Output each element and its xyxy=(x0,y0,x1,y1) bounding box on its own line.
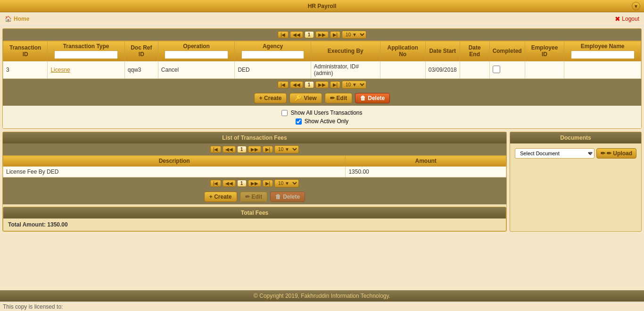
cell-completed xyxy=(489,61,525,79)
title-bar: HR Payroll ▼ xyxy=(0,0,644,12)
fees-per-page[interactable]: 10 ▼ 25 xyxy=(274,145,299,153)
fees-bot-first-btn[interactable]: |◀ xyxy=(210,180,221,187)
cell-date-end xyxy=(460,61,489,79)
fee-description: License Fee By DED xyxy=(3,167,346,177)
filter-transaction-type[interactable] xyxy=(54,50,118,59)
fees-table: Description Amount License Fee By DED 13… xyxy=(3,155,506,177)
col-application-no: Application No xyxy=(380,41,425,61)
options-area: Show All Users Transactions Show Active … xyxy=(3,106,641,128)
transaction-table: Transaction ID Transaction Type Doc Ref … xyxy=(3,41,641,79)
delete-icon: 🗑 xyxy=(360,95,366,101)
fees-toolbar: + Create ✏ Edit 🗑 Delete xyxy=(3,189,506,204)
documents-content: Select Document ▼ ✏ ✏ Upload xyxy=(510,143,641,163)
fees-bot-next-btn[interactable]: ▶▶ xyxy=(248,180,261,187)
logout-icon: ✖ xyxy=(615,15,620,23)
upload-button[interactable]: ✏ ✏ Upload xyxy=(596,148,636,159)
edit-icon: ✏ xyxy=(330,95,335,101)
col-transaction-id: Transaction ID xyxy=(3,41,48,61)
bottom-first-page-btn[interactable]: |◀ xyxy=(278,81,289,88)
fees-bottom-pagination: |◀ ◀◀ 1 ▶▶ ▶| 10 ▼ 25 xyxy=(3,177,506,189)
cell-transaction-id: 3 xyxy=(3,61,48,79)
col-executing-by: Executing By xyxy=(311,41,380,61)
create-button[interactable]: + Create xyxy=(254,93,287,103)
fees-table-row: License Fee By DED 1350.00 xyxy=(3,167,506,177)
col-completed: Completed xyxy=(489,41,525,61)
col-date-end: Date End xyxy=(460,41,489,61)
fees-last-btn[interactable]: ▶| xyxy=(263,146,273,153)
col-employee-id: Employee ID xyxy=(525,41,564,61)
bottom-per-page-select[interactable]: 10 ▼ 25 50 xyxy=(342,81,366,89)
show-active-only-label: Show Active Only xyxy=(305,118,348,125)
documents-panel: Documents Select Document ▼ ✏ ✏ Upload xyxy=(510,132,642,232)
bottom-section: List of Transaction Fees |◀ ◀◀ 1 ▶▶ ▶| 1… xyxy=(2,132,642,232)
delete-button[interactable]: 🗑 Delete xyxy=(355,93,390,103)
view-button[interactable]: 🔑 🔑 View View xyxy=(289,93,322,103)
bottom-last-page-btn[interactable]: ▶| xyxy=(330,81,341,88)
first-page-btn[interactable]: |◀ xyxy=(278,31,289,38)
col-employee-name: Employee Name xyxy=(564,41,641,61)
home-icon: 🏠 xyxy=(5,16,12,22)
bottom-current-page-btn[interactable]: 1 xyxy=(305,81,314,88)
show-all-users-row: Show All Users Transactions xyxy=(281,109,362,116)
bottom-pagination-bar: |◀ ◀◀ 1 ▶▶ ▶| 10 ▼ 25 50 xyxy=(3,79,641,91)
col-agency: Agency xyxy=(235,41,311,61)
logout-label: Logout xyxy=(622,16,639,22)
fee-amount: 1350.00 xyxy=(346,167,506,177)
filter-operation[interactable] xyxy=(165,50,228,59)
cell-date-start: 03/09/2018 xyxy=(425,61,460,79)
logout-link[interactable]: ✖ Logout xyxy=(615,15,639,23)
show-all-users-label: Show All Users Transactions xyxy=(290,109,362,116)
app-title: HR Payroll xyxy=(308,3,337,9)
main-content: |◀ ◀◀ 1 ▶▶ ▶| 10 ▼ 25 50 Transaction ID … xyxy=(0,26,644,298)
fees-delete-icon: 🗑 xyxy=(275,193,281,200)
fees-bot-prev-btn[interactable]: ◀◀ xyxy=(223,180,236,187)
document-select[interactable]: Select Document xyxy=(515,148,594,159)
filter-employee-name[interactable] xyxy=(571,50,635,59)
col-amount: Amount xyxy=(346,156,506,167)
bottom-prev-page-btn[interactable]: ◀◀ xyxy=(290,81,303,88)
cell-employee-id xyxy=(525,61,564,79)
fees-first-btn[interactable]: |◀ xyxy=(210,146,221,153)
edit-button[interactable]: ✏ Edit xyxy=(325,93,353,103)
home-label: Home xyxy=(14,16,29,22)
home-link[interactable]: 🏠 Home xyxy=(5,16,29,22)
show-active-only-row: Show Active Only xyxy=(296,118,348,125)
bottom-next-page-btn[interactable]: ▶▶ xyxy=(315,81,329,88)
cell-doc-ref-id: qqw3 xyxy=(124,61,158,79)
fees-current-page[interactable]: 1 xyxy=(237,146,247,153)
fees-bot-per-page[interactable]: 10 ▼ 25 xyxy=(274,179,299,187)
footer: © Copyright 2019, Fakhruddin Information… xyxy=(0,290,644,302)
col-date-start: Date Start xyxy=(425,41,460,61)
prev-page-btn[interactable]: ◀◀ xyxy=(290,31,303,38)
per-page-select[interactable]: 10 ▼ 25 50 xyxy=(342,31,366,39)
license-bar: This copy is licensed to: xyxy=(0,302,644,311)
completed-checkbox[interactable] xyxy=(493,66,500,73)
fees-bot-current-page[interactable]: 1 xyxy=(237,180,247,187)
show-active-only-checkbox[interactable] xyxy=(296,118,302,125)
fees-bot-last-btn[interactable]: ▶| xyxy=(263,180,273,187)
fees-panel: List of Transaction Fees |◀ ◀◀ 1 ▶▶ ▶| 1… xyxy=(2,132,507,232)
fees-edit-button[interactable]: ✏ Edit xyxy=(240,192,268,202)
last-page-btn[interactable]: ▶| xyxy=(330,31,341,38)
total-fees-header: Total Fees xyxy=(3,207,506,219)
show-all-users-checkbox[interactable] xyxy=(281,110,288,116)
current-page-btn[interactable]: 1 xyxy=(305,31,314,38)
transaction-panel: |◀ ◀◀ 1 ▶▶ ▶| 10 ▼ 25 50 Transaction ID … xyxy=(2,28,642,129)
cell-application-no xyxy=(380,61,425,79)
next-page-btn[interactable]: ▶▶ xyxy=(315,31,329,38)
dropdown-arrow: ▼ xyxy=(588,150,594,157)
fees-delete-button[interactable]: 🗑 Delete xyxy=(270,192,305,202)
fees-create-button[interactable]: + Create xyxy=(204,192,237,202)
col-doc-ref-id: Doc Ref ID xyxy=(124,41,158,61)
documents-header: Documents xyxy=(510,132,641,143)
fees-next-btn[interactable]: ▶▶ xyxy=(248,146,261,153)
cell-transaction-type[interactable]: Licesne xyxy=(48,61,124,79)
key-icon: 🔑 xyxy=(295,95,302,101)
fees-prev-btn[interactable]: ◀◀ xyxy=(223,146,236,153)
filter-agency[interactable] xyxy=(241,50,305,59)
total-amount-value: 1350.00 xyxy=(47,221,67,228)
title-bar-icon[interactable]: ▼ xyxy=(632,2,640,10)
cell-operation: Cancel xyxy=(158,61,235,79)
fees-top-pagination: |◀ ◀◀ 1 ▶▶ ▶| 10 ▼ 25 xyxy=(3,143,506,155)
cell-employee-name xyxy=(564,61,641,79)
